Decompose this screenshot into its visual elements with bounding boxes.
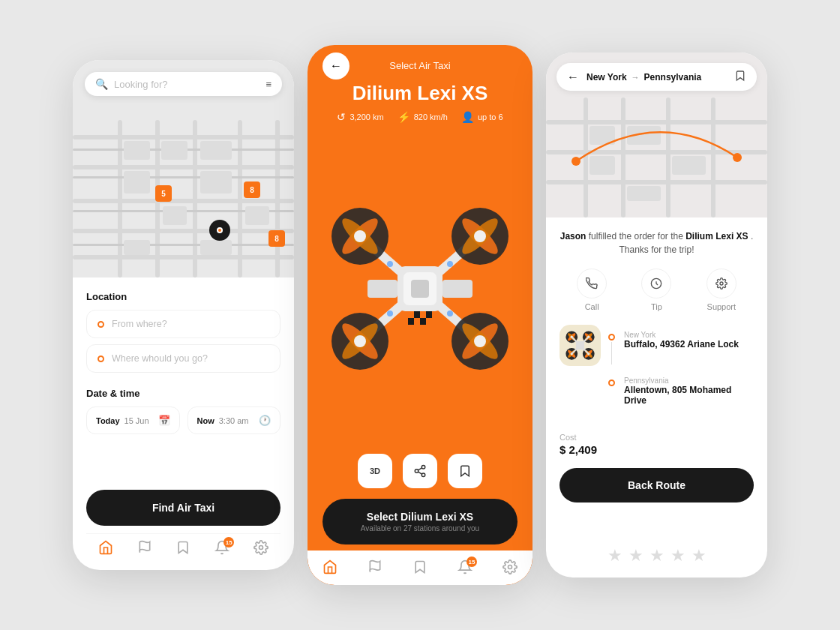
cost-value: $ 2,409 <box>560 443 754 456</box>
search-bar[interactable]: 🔍 Looking for? ≡ <box>85 72 282 96</box>
nav-notifications-2[interactable]: 15 <box>458 560 472 574</box>
tip-icon-wrap <box>641 268 671 298</box>
to-dot <box>98 356 104 362</box>
filter-icon[interactable]: ≡ <box>266 79 272 90</box>
star-2[interactable]: ★ <box>628 546 644 566</box>
search-content: Location From where? Where whould you go… <box>73 278 294 570</box>
back-button-2[interactable]: ← <box>322 52 350 80</box>
svg-rect-26 <box>411 280 429 298</box>
nav-settings-1[interactable] <box>254 540 268 555</box>
location-detail-row: New York Buffalo, 49362 Ariane Lock Penn… <box>560 325 754 422</box>
svg-rect-37 <box>426 318 432 325</box>
select-taxi-title: Select Air Taxi <box>389 60 450 71</box>
date-value: 15 Jun <box>124 416 154 425</box>
nav-home-1[interactable] <box>98 540 113 555</box>
svg-point-17 <box>474 230 486 242</box>
back-route-button[interactable]: Back Route <box>560 468 754 502</box>
spec-range: ↺ 3,200 km <box>337 111 383 123</box>
from-dot <box>98 321 104 328</box>
notification-badge-1: 15 <box>224 537 234 548</box>
3d-view-button[interactable]: 3D <box>358 454 392 488</box>
find-airtaxi-button[interactable]: Find Air Taxi <box>86 490 280 526</box>
route-to: Pennsylvania <box>644 72 702 82</box>
drone-svg <box>322 191 518 386</box>
svg-rect-33 <box>426 311 432 318</box>
origin-city: New York <box>624 331 754 339</box>
call-icon-wrap <box>577 268 607 298</box>
nav-settings-2[interactable] <box>502 560 518 574</box>
route-points: New York Buffalo, 49362 Ariane Lock Penn… <box>608 325 754 412</box>
route-bookmark-btn[interactable] <box>734 70 746 84</box>
route-connector <box>611 342 613 364</box>
svg-point-42 <box>422 466 425 470</box>
date-chip[interactable]: Today 15 Jun 📅 <box>86 406 180 434</box>
call-label: Call <box>585 302 599 311</box>
map-pin-2[interactable]: 8 <box>244 182 260 198</box>
map-view: 🔍 Looking for? ≡ 5 8 8 <box>73 60 294 278</box>
select-taxi-header: ← Select Air Taxi <box>308 45 532 79</box>
nav-bookmarks-1[interactable] <box>176 540 190 555</box>
bookmark-button-2[interactable] <box>448 454 482 488</box>
nav-routes-1[interactable] <box>137 540 152 555</box>
datetime-label: Date & time <box>86 388 280 399</box>
share-button[interactable] <box>403 454 437 488</box>
from-input[interactable]: From where? <box>86 310 280 338</box>
bottom-nav-1: 15 <box>86 533 280 560</box>
date-label: Today <box>96 416 120 425</box>
route-arrow: → <box>632 73 640 82</box>
select-taxi-button[interactable]: Select Dilium Lexi XS Available on 27 st… <box>322 499 518 544</box>
star-1[interactable]: ★ <box>608 546 622 566</box>
to-input[interactable]: Where whould you go? <box>86 344 280 373</box>
dest-dot-wrap <box>608 376 615 386</box>
bottom-nav-2: 15 <box>308 550 532 585</box>
tip-option[interactable]: Tip <box>641 268 671 311</box>
star-3[interactable]: ★ <box>650 546 664 566</box>
origin-dot <box>608 334 615 340</box>
taxi-name-ref: Dilium Lexi XS <box>686 231 748 242</box>
route-title: New York → Pennsylvania <box>586 72 727 82</box>
svg-line-45 <box>418 472 422 474</box>
dest-city: Pennsylvania <box>624 376 754 385</box>
back-button-3[interactable]: ← <box>567 70 579 84</box>
support-label: Support <box>707 302 736 311</box>
nav-routes-2[interactable] <box>368 560 382 574</box>
route-from: New York <box>586 72 627 82</box>
speed-icon: ⚡ <box>398 111 410 123</box>
support-option[interactable]: Support <box>706 268 736 311</box>
select-btn-label: Select Dilium Lexi XS <box>334 511 506 523</box>
svg-rect-27 <box>368 280 398 298</box>
svg-point-14 <box>354 230 366 242</box>
range-icon: ↺ <box>337 111 346 123</box>
to-placeholder: Where whould you go? <box>112 353 208 364</box>
phone-route-detail: ← New York → Pennsylvania Jason fulfille… <box>546 52 767 578</box>
trip-action: fulfilled the order for the <box>589 231 683 242</box>
cost-section: Cost $ 2,409 <box>560 433 754 456</box>
call-option[interactable]: Call <box>577 268 607 311</box>
svg-point-43 <box>415 470 418 473</box>
svg-rect-34 <box>408 318 414 325</box>
from-placeholder: From where? <box>112 319 167 329</box>
spec-capacity: 👤 up to 6 <box>461 111 503 123</box>
nav-bookmarks-2[interactable] <box>412 560 428 574</box>
map-pin-1[interactable]: 5 <box>155 185 172 202</box>
origin-address: Buffalo, 49362 Ariane Lock <box>624 339 754 350</box>
nav-notifications-1[interactable]: 15 <box>214 540 230 555</box>
search-icon: 🔍 <box>95 78 108 90</box>
star-5[interactable]: ★ <box>692 546 706 566</box>
route-content: Jason fulfilled the order for the Dilium… <box>546 218 767 578</box>
svg-point-41 <box>447 310 453 316</box>
svg-point-38 <box>387 261 393 267</box>
nav-home-2[interactable] <box>322 560 338 574</box>
svg-rect-35 <box>414 318 420 325</box>
svg-point-20 <box>354 335 366 347</box>
svg-point-3 <box>260 546 263 550</box>
star-4[interactable]: ★ <box>670 546 686 566</box>
select-btn-sub: Available on 27 stations around you <box>334 524 506 532</box>
tip-label: Tip <box>651 302 662 311</box>
map-pin-3[interactable]: 8 <box>268 230 285 247</box>
svg-rect-32 <box>420 311 426 318</box>
dest-address: Allentown, 805 Mohamed Drive <box>624 385 754 406</box>
time-chip[interactable]: Now 3:30 am 🕐 <box>188 406 281 434</box>
location-label: Location <box>86 291 280 302</box>
spec-speed-value: 820 km/h <box>414 112 448 122</box>
